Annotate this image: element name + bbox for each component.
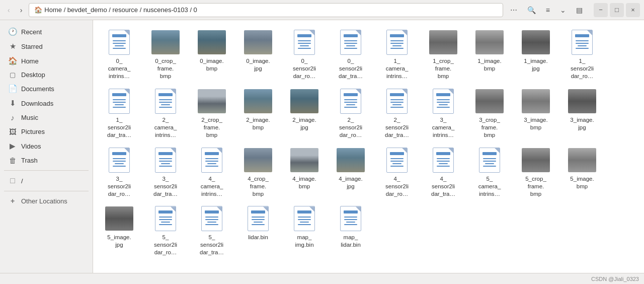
sidebar-item-videos[interactable]: ▶ Videos	[2, 139, 91, 153]
file-item[interactable]: 5_image. bmp	[560, 144, 604, 201]
file-item[interactable]: 2_ camera_ intrins…	[143, 85, 188, 142]
more-button[interactable]: ⋯	[506, 4, 521, 16]
image-thumbnail	[198, 88, 226, 114]
file-item[interactable]: 2_image. jpg	[282, 85, 327, 142]
view-toggle-button[interactable]: ⌄	[556, 4, 570, 16]
sidebar-item-starred[interactable]: ★ Starred	[2, 39, 91, 53]
file-item[interactable]: 0_ sensor2li dar_tra…	[329, 26, 373, 83]
address-text: Home / bevdet_demo / resource / nuscenes…	[44, 6, 197, 14]
image-thumbnail	[475, 88, 504, 114]
sidebar-label-home: Home	[21, 57, 39, 65]
document-icon	[244, 205, 272, 232]
view-grid-button[interactable]: ▤	[572, 4, 587, 16]
file-item[interactable]: 3_image. jpg	[560, 85, 604, 142]
document-icon	[337, 205, 365, 232]
file-item[interactable]: 2_ sensor2li dar_tra…	[375, 85, 419, 142]
file-name: 0_ sensor2li dar_tra…	[339, 57, 363, 80]
toolbar-actions: ⋯ 🔍 ≡ ⌄ ▤	[506, 4, 587, 16]
sidebar-label-other-locations: Other Locations	[21, 197, 67, 205]
sidebar-item-other-locations[interactable]: + Other Locations	[2, 194, 91, 207]
file-name: 5_ sensor2li dar_ro…	[154, 234, 177, 256]
sidebar-item-home[interactable]: 🏠 Home	[2, 54, 91, 68]
file-item[interactable]: 4_ sensor2li dar_tra…	[421, 144, 465, 201]
image-thumbnail	[244, 29, 272, 55]
home-icon: 🏠	[34, 6, 42, 14]
file-item[interactable]: 3_ sensor2li dar_tra…	[143, 144, 188, 201]
minimize-button[interactable]: −	[594, 3, 608, 17]
document-icon	[475, 147, 504, 173]
file-item[interactable]: 5_ sensor2li dar_ro…	[143, 202, 188, 259]
file-item[interactable]: 0_ sensor2li dar_ro…	[282, 26, 327, 83]
file-item[interactable]: 1_crop_ frame. bmp	[421, 26, 465, 83]
file-item[interactable]: lidar.bin	[236, 202, 280, 259]
file-item[interactable]: 1_ sensor2li dar_ro…	[560, 26, 604, 83]
view-list-button[interactable]: ≡	[542, 4, 554, 16]
image-thumbnail	[568, 147, 596, 173]
file-item[interactable]: 4_image. jpg	[329, 144, 373, 201]
file-name: 4_image. bmp	[292, 175, 316, 190]
file-name: 4_ sensor2li dar_tra…	[431, 175, 455, 198]
file-item[interactable]: 0_crop_ frame. bmp	[143, 26, 188, 83]
file-name: 1_crop_ frame. bmp	[433, 57, 454, 80]
file-name: 1_ sensor2li dar_tra…	[107, 116, 131, 139]
sidebar-item-downloads[interactable]: ⬇ Downloads	[2, 96, 91, 110]
sidebar-item-recent[interactable]: 🕐 Recent	[2, 25, 91, 39]
file-item[interactable]: 2_image. bmp	[236, 85, 280, 142]
file-item[interactable]: 4_ camera_ intrins…	[190, 144, 234, 201]
file-item[interactable]: 4_ sensor2li dar_ro…	[375, 144, 419, 201]
file-item[interactable]: 4_crop_ frame. bmp	[236, 144, 280, 201]
sidebar-item-music[interactable]: ♪ Music	[2, 111, 91, 124]
file-name: lidar.bin	[248, 234, 268, 241]
file-item[interactable]: 1_image. bmp	[467, 26, 512, 83]
main-area: 🕐 Recent ★ Starred 🏠 Home ▢ Desktop 📄 Do…	[0, 20, 644, 273]
address-bar[interactable]: 🏠 Home / bevdet_demo / resource / nuscen…	[29, 3, 503, 17]
back-button[interactable]: ‹	[4, 4, 14, 16]
downloads-icon: ⬇	[8, 99, 17, 108]
file-item[interactable]: 1_ camera_ intrins…	[375, 26, 419, 83]
sidebar-item-trash[interactable]: 🗑 Trash	[2, 154, 91, 167]
file-name: map_ lidar.bin	[341, 234, 361, 249]
file-item[interactable]: 0_ camera_ intrins…	[97, 26, 141, 83]
file-item[interactable]: 3_ camera_ intrins…	[421, 85, 465, 142]
file-name: 0_ sensor2li dar_ro…	[293, 57, 316, 80]
image-thumbnail	[290, 88, 318, 114]
file-item[interactable]: 3_image. bmp	[514, 85, 558, 142]
sidebar-item-documents[interactable]: 📄 Documents	[2, 82, 91, 96]
document-icon	[151, 147, 180, 173]
sidebar-item-desktop[interactable]: ▢ Desktop	[2, 68, 91, 81]
maximize-button[interactable]: □	[610, 3, 624, 17]
image-thumbnail	[475, 29, 504, 55]
sidebar: 🕐 Recent ★ Starred 🏠 Home ▢ Desktop 📄 Do…	[0, 20, 93, 273]
file-item[interactable]: 4_image. bmp	[282, 144, 327, 201]
document-icon	[290, 29, 318, 55]
file-item[interactable]: 0_image. bmp	[190, 26, 234, 83]
file-name: 2_image. bmp	[246, 116, 270, 131]
sidebar-item-pictures[interactable]: 🖼 Pictures	[2, 125, 91, 138]
search-button[interactable]: 🔍	[523, 4, 540, 16]
file-name: 5_crop_ frame. bmp	[525, 175, 546, 198]
file-item[interactable]: 5_ camera_ intrins…	[467, 144, 512, 201]
image-thumbnail	[290, 147, 318, 173]
file-item[interactable]: 1_ sensor2li dar_tra…	[97, 85, 141, 142]
documents-icon: 📄	[8, 84, 17, 93]
file-item[interactable]: 1_image. jpg	[514, 26, 558, 83]
file-item[interactable]: 2_ sensor2li dar_ro…	[329, 85, 373, 142]
file-item[interactable]: 0_image. jpg	[236, 26, 280, 83]
trash-icon: 🗑	[8, 156, 17, 165]
close-button[interactable]: ×	[626, 3, 640, 17]
file-name: 4_crop_ frame. bmp	[248, 175, 269, 198]
sidebar-item-filesystem[interactable]: □ /	[2, 174, 91, 188]
file-item[interactable]: 3_crop_ frame. bmp	[467, 85, 512, 142]
image-thumbnail	[198, 29, 226, 55]
file-item[interactable]: 3_ sensor2li dar_ro…	[97, 144, 141, 201]
file-item[interactable]: 5_image. jpg	[97, 202, 141, 259]
file-item[interactable]: 5_ sensor2li dar_tra…	[190, 202, 234, 259]
file-name: 1_ camera_ intrins…	[386, 57, 409, 80]
forward-button[interactable]: ›	[17, 4, 26, 16]
file-name: 0_image. bmp	[200, 57, 223, 73]
file-name: 5_ sensor2li dar_tra…	[200, 234, 224, 256]
file-item[interactable]: map_ img.bin	[282, 202, 327, 259]
file-item[interactable]: 2_crop_ frame. bmp	[190, 85, 234, 142]
file-item[interactable]: map_ lidar.bin	[329, 202, 373, 259]
file-item[interactable]: 5_crop_ frame. bmp	[514, 144, 558, 201]
